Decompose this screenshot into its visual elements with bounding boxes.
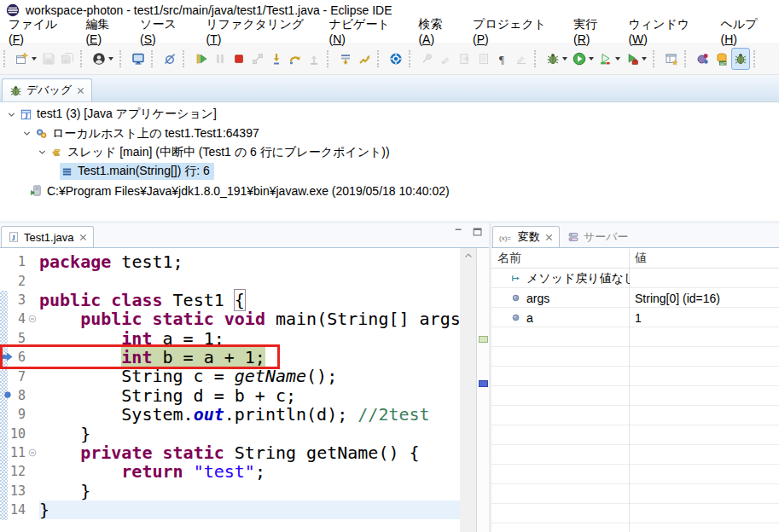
menu-item-help[interactable]: ヘルプ(H) [712, 14, 779, 49]
tab-debug[interactable]: デバッグ [2, 78, 92, 101]
code-line-9[interactable]: System.out.println(d); //2test [39, 405, 460, 424]
pin-editor-button [418, 48, 437, 70]
menu-item-navigate[interactable]: ナビゲート(N) [320, 14, 410, 49]
column-header-name[interactable]: 名前 [491, 251, 630, 266]
variable-row[interactable]: argsString[0] (id=16) [491, 288, 779, 308]
code-line-11[interactable]: private static String getName() { [39, 443, 460, 462]
terminate-button[interactable] [230, 48, 248, 70]
step-over-button[interactable] [286, 48, 305, 70]
tab-servers[interactable]: サーバー [561, 226, 641, 247]
step-return-button [305, 48, 323, 70]
code-line-6[interactable]: int b = a + 1; [39, 348, 460, 367]
java-perspective-button[interactable] [694, 48, 712, 70]
debug-button[interactable] [544, 48, 570, 70]
debug-tree-row[interactable]: Test1.main(String[]) 行: 6 [0, 162, 779, 181]
step-into-button[interactable] [267, 48, 286, 70]
tree-item-label: スレッド [main] (中断中 (Test1 の 6 行にブレークポイント)) [67, 145, 390, 160]
fold-minus-icon[interactable] [27, 314, 38, 324]
column-header-value[interactable]: 値 [630, 251, 647, 266]
variable-row[interactable]: メソッド戻り値なし [491, 269, 779, 288]
coverage-button[interactable] [596, 48, 623, 70]
external-tools-button[interactable] [623, 48, 649, 70]
code-line-7[interactable]: String c = getName(); [39, 367, 460, 385]
overview-current-line-marker[interactable] [479, 336, 488, 343]
git-perspective-icon: GIT [715, 52, 729, 66]
expand-chevron-icon[interactable] [3, 109, 19, 120]
debug-tree-row[interactable]: C:¥Program Files¥Java¥jdk1.8.0_191¥bin¥j… [0, 182, 779, 200]
code-line-13[interactable]: } [39, 482, 460, 500]
dropdown-arrow-icon[interactable] [32, 57, 37, 61]
settings-gear-button[interactable] [387, 48, 405, 70]
toolbar-separator [183, 50, 189, 67]
overview-breakpoint-marker[interactable] [479, 380, 488, 387]
open-perspective-button[interactable] [662, 48, 681, 70]
new-wizard-button[interactable] [13, 48, 39, 70]
open-console-button[interactable] [129, 48, 148, 70]
code-line-2[interactable] [39, 271, 460, 290]
expand-chevron-icon[interactable] [34, 147, 49, 158]
menu-item-file[interactable]: ファイル(F) [0, 14, 77, 49]
menu-item-edit[interactable]: 編集(E) [77, 14, 131, 49]
code-line-3[interactable]: public class Test1 { [39, 291, 460, 309]
scroll-up-arrow-icon[interactable] [460, 248, 476, 263]
tab-variables[interactable]: (x)= 変数 [492, 226, 560, 247]
code-line-1[interactable]: package test1; [39, 252, 460, 271]
debug-perspective-button[interactable] [731, 48, 750, 70]
instruction-pointer-icon [1, 350, 14, 363]
code-line-5[interactable]: int a = 1; [39, 329, 460, 348]
code-text-area[interactable]: package test1;public class Test1 { publi… [39, 248, 460, 532]
dropdown-arrow-icon[interactable] [562, 57, 567, 61]
close-icon[interactable] [545, 234, 553, 241]
debug-tree-row[interactable]: ローカルホスト上の test1.Test1:64397 [0, 124, 779, 142]
dropdown-arrow-icon[interactable] [642, 57, 647, 61]
editor-vertical-scrollbar[interactable] [460, 248, 476, 532]
svg-text:J: J [25, 112, 28, 119]
menu-item-project[interactable]: プロジェクト(P) [464, 14, 565, 49]
toolbar-separator [377, 50, 384, 67]
minimize-button[interactable] [453, 226, 465, 238]
dropdown-arrow-icon[interactable] [615, 57, 620, 61]
git-perspective-button[interactable]: GIT [712, 48, 731, 70]
debug-tree-row[interactable]: スレッド [main] (中断中 (Test1 の 6 行にブレークポイント)) [0, 143, 779, 162]
code-editor[interactable]: 1234567891011121314 package test1;public… [0, 248, 489, 532]
menu-item-window[interactable]: ウィンドウ(W) [619, 14, 712, 49]
code-line-12[interactable]: return "test"; [39, 462, 460, 481]
menu-item-source[interactable]: ソース(S) [131, 14, 197, 49]
run-app-button[interactable] [570, 48, 596, 70]
skip-all-breakpoints-button[interactable] [160, 48, 179, 70]
debug-tree-row[interactable]: Jtest1 (3) [Java アプリケーション] [0, 105, 779, 124]
fold-minus-icon[interactable] [27, 448, 38, 458]
suspend-button [211, 48, 230, 70]
svg-text:¶: ¶ [499, 52, 504, 65]
code-line-14[interactable]: } [39, 500, 460, 519]
user-account-button[interactable] [90, 48, 116, 70]
toggle-insert-mode-button [512, 48, 531, 70]
tab-test1-java[interactable]: J Test1.java [1, 226, 94, 247]
close-icon[interactable] [79, 234, 87, 241]
process-icon [30, 184, 43, 197]
tab-servers-label: サーバー [584, 229, 629, 245]
overview-ruler[interactable] [476, 248, 489, 532]
new-wizard-icon [15, 52, 29, 66]
code-line-10[interactable]: } [39, 425, 460, 443]
menu-item-refactor[interactable]: リファクタリング(T) [197, 14, 320, 49]
dropdown-arrow-icon[interactable] [108, 57, 113, 61]
menu-item-search[interactable]: 検索(A) [410, 14, 464, 49]
resume-button[interactable] [192, 48, 211, 70]
terminate-icon [232, 52, 246, 66]
dropdown-arrow-icon[interactable] [589, 57, 594, 61]
save-button [39, 48, 58, 70]
menu-item-run[interactable]: 実行(R) [565, 14, 619, 49]
use-step-filters-button[interactable] [355, 48, 374, 70]
expand-chevron-icon[interactable] [19, 128, 34, 139]
code-line-4[interactable]: public static void main(String[] args) { [39, 309, 460, 328]
drop-to-frame-button[interactable] [336, 48, 355, 70]
tree-item-label: Test1.main(String[]) 行: 6 [78, 164, 210, 179]
variable-name: メソッド戻り値なし [526, 271, 630, 286]
code-line-8[interactable]: String d = b + c; [39, 386, 460, 405]
close-icon[interactable] [77, 87, 84, 95]
show-whitespace-button[interactable]: ¶ [493, 48, 512, 70]
variable-row[interactable]: a1 [491, 308, 779, 327]
breakpoint-icon[interactable] [3, 390, 13, 400]
maximize-button[interactable] [472, 226, 484, 238]
